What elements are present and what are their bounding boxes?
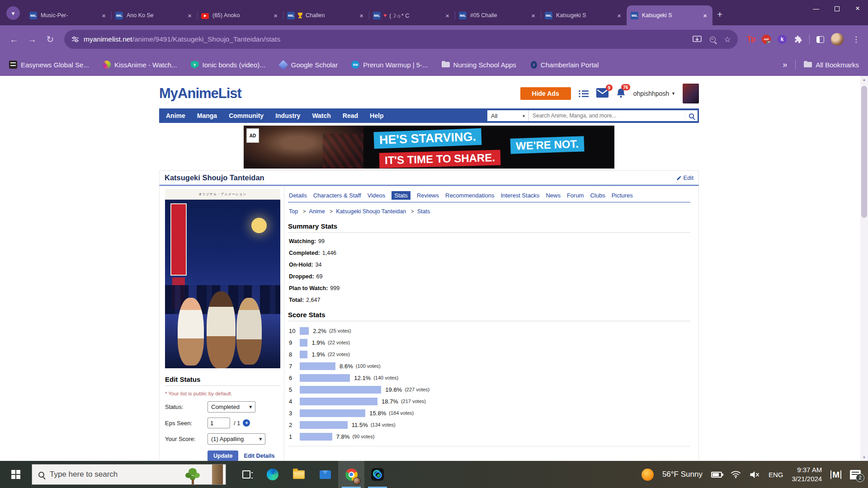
language-indicator[interactable]: ENG (769, 471, 783, 479)
mail-app[interactable] (312, 461, 338, 488)
messages-button[interactable]: 9 (596, 88, 609, 99)
start-button[interactable] (0, 461, 32, 488)
ad-choices-icon[interactable]: AD (246, 128, 259, 143)
breadcrumb-link[interactable]: Top (289, 208, 298, 215)
scrollbar-up-arrow[interactable]: ▲ (860, 76, 868, 83)
edit-link[interactable]: Edit (676, 174, 693, 181)
browser-profile-avatar[interactable] (831, 33, 844, 46)
user-menu[interactable]: ohpishhposh▼ (633, 90, 675, 97)
anime-page-tab[interactable]: Reviews (417, 192, 439, 199)
address-bar[interactable]: myanimelist.net/anime/9491/Katsugeki_Sho… (64, 30, 738, 49)
browser-menu-icon[interactable]: ⋮ (850, 35, 862, 44)
bookmark-item[interactable]: Easynews Global Se... (9, 61, 89, 69)
nav-menu-item[interactable]: Anime (160, 112, 191, 119)
weather-text[interactable]: 56°F Sunny (662, 470, 703, 479)
eps-seen-input[interactable] (208, 418, 230, 428)
zoom-icon[interactable] (710, 37, 716, 42)
bookmark-item[interactable]: Ionic bonds (video)... (191, 61, 265, 69)
bookmark-star-icon[interactable]: ☆ (724, 35, 731, 44)
bookmark-item[interactable]: KissAnime - Watch... (103, 61, 177, 69)
user-avatar[interactable] (683, 84, 699, 103)
page-scrollbar[interactable]: ▲ ▼ (860, 76, 868, 461)
weather-sun-icon[interactable] (642, 469, 654, 481)
file-explorer-app[interactable] (286, 461, 312, 488)
bookmark-item[interactable]: Chamberlain Portal (530, 61, 599, 69)
anime-page-tab[interactable]: Clubs (590, 192, 605, 199)
taskbar-search[interactable]: Type here to search (32, 464, 226, 485)
browser-tab[interactable]: Challen × (283, 5, 369, 25)
browser-tab[interactable]: (65) Anoko × (197, 5, 283, 25)
site-settings-icon[interactable] (71, 36, 79, 42)
browser-tab[interactable]: Music-Per- × (25, 5, 111, 25)
taskbar-clock[interactable]: 9:37 AM 3/21/2024 (792, 465, 822, 484)
chrome-app[interactable] (338, 461, 364, 488)
extensions-puzzle-icon[interactable] (793, 35, 802, 44)
volume-muted-icon[interactable] (750, 471, 760, 479)
mal-search-button[interactable] (685, 110, 698, 121)
action-center-icon[interactable]: 2 (850, 470, 861, 479)
nav-menu-item[interactable]: Industry (269, 112, 306, 119)
browser-tab[interactable]: Ano Ko Se × (111, 5, 197, 25)
adblock-extension-icon[interactable]: ABP29 (762, 35, 771, 44)
list-icon[interactable] (578, 89, 589, 98)
anime-page-tab[interactable]: Characters & Staff (313, 192, 361, 199)
tab-close-icon[interactable]: × (100, 12, 107, 19)
anime-page-tab[interactable]: News (546, 192, 561, 199)
anime-page-tab[interactable]: Recommendations (445, 192, 494, 199)
anime-page-tab[interactable]: Details (289, 192, 307, 199)
mal-tray-icon[interactable]: M (830, 470, 841, 479)
bookmark-item[interactable]: Google Scholar (279, 61, 338, 69)
anime-cover-image[interactable]: オリジナル・アニメーション (165, 189, 280, 368)
hide-ads-button[interactable]: Hide Ads (520, 87, 571, 100)
tab-close-icon[interactable]: × (444, 12, 451, 19)
nav-menu-item[interactable]: Watch (306, 112, 336, 119)
tab-close-icon[interactable]: × (530, 12, 537, 19)
reload-button[interactable]: ↻ (42, 34, 58, 45)
cast-icon[interactable] (693, 36, 702, 43)
mal-logo[interactable]: MyAnimeList (159, 85, 241, 102)
score-select[interactable]: (1) Appalling▾ (208, 433, 265, 445)
back-button[interactable]: ← (6, 34, 22, 45)
scrollbar-thumb[interactable] (861, 86, 867, 218)
all-bookmarks[interactable]: All Bookmarks (804, 61, 859, 69)
browser-tab[interactable]: #05 Challe × (455, 5, 541, 25)
nav-menu-item[interactable]: Help (364, 112, 389, 119)
forward-button[interactable]: → (24, 34, 40, 45)
search-category-select[interactable]: All▾ (487, 110, 529, 121)
wifi-icon[interactable] (731, 470, 741, 479)
breadcrumb-link[interactable]: Anime (300, 208, 325, 215)
webex-app[interactable] (364, 461, 391, 488)
tampermonkey-extension-icon[interactable]: Tp (747, 35, 755, 43)
anime-page-tab[interactable]: Stats (392, 191, 410, 200)
nav-menu-item[interactable]: Manga (191, 112, 223, 119)
increment-episode-button[interactable]: + (243, 419, 250, 427)
tab-search-button[interactable]: ▾ (6, 6, 20, 20)
browser-tab[interactable]: Katsugeki S × (627, 5, 712, 25)
browser-tab[interactable]: (☽☼* C × (369, 5, 455, 25)
side-panel-icon[interactable] (816, 36, 824, 43)
bookmark-item[interactable]: Prerun Warmup | 5-... (351, 61, 428, 69)
minimize-button[interactable]: — (806, 0, 826, 17)
edit-details-link[interactable]: Edit Details (244, 453, 274, 459)
scrollbar-down-arrow[interactable]: ▼ (860, 454, 868, 461)
task-view-button[interactable] (233, 461, 259, 488)
edge-app[interactable] (259, 461, 286, 488)
anime-page-tab[interactable]: Interest Stacks (500, 192, 539, 199)
browser-tab[interactable]: Katsugeki S × (541, 5, 627, 25)
breadcrumb-link[interactable]: Stats (408, 208, 430, 215)
breadcrumb-link[interactable]: Katsugeki Shoujo Tanteidan (326, 208, 406, 215)
tab-close-icon[interactable]: × (186, 12, 193, 19)
new-tab-button[interactable]: + (717, 9, 722, 19)
update-button[interactable]: Update (208, 450, 238, 461)
battery-icon[interactable] (711, 472, 722, 478)
ad-banner[interactable]: AD HE'S STARVING. WE'RE NOT. IT'S TIME T… (244, 126, 614, 169)
tab-close-icon[interactable]: × (358, 12, 365, 19)
tab-close-icon[interactable]: × (702, 12, 708, 19)
nav-menu-item[interactable]: Read (337, 112, 364, 119)
status-select[interactable]: Completed▾ (208, 401, 255, 413)
tab-close-icon[interactable]: × (272, 12, 279, 19)
mal-search-input[interactable] (529, 110, 685, 121)
bookmarks-overflow-chevron[interactable]: » (783, 60, 787, 70)
bookmark-item[interactable]: Nursing School Apps (442, 61, 516, 69)
anime-page-tab[interactable]: Forum (567, 192, 584, 199)
